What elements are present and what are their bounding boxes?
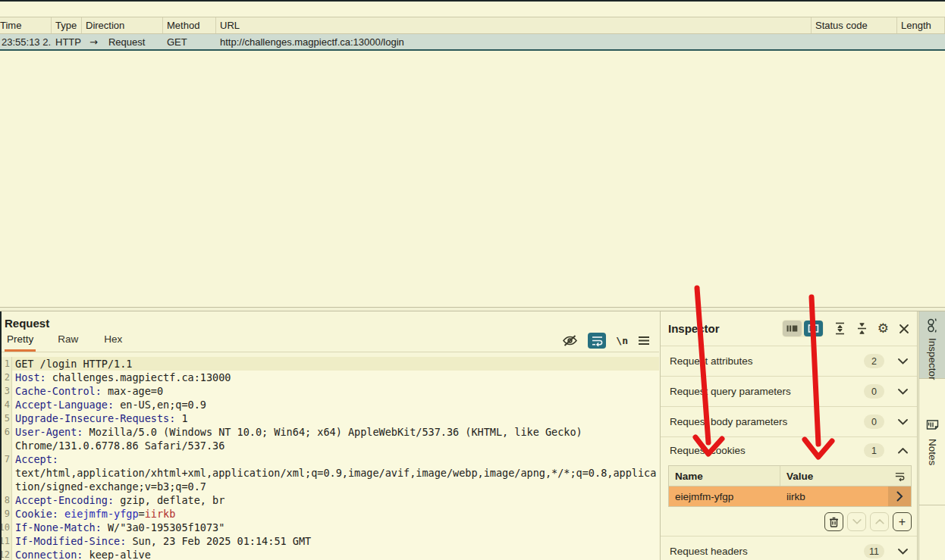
app-window: Time Type Direction Method URL Status co… bbox=[0, 0, 945, 560]
right-sidebar-strip: Inspector Notes bbox=[918, 311, 945, 560]
editor-toolbar: \n bbox=[562, 333, 650, 352]
count-badge: 11 bbox=[864, 544, 884, 558]
expand-all-icon[interactable] bbox=[834, 322, 846, 335]
column-header-time[interactable]: Time bbox=[0, 17, 52, 33]
cell-time: 23:55:13 2... bbox=[0, 36, 52, 48]
layout-toggle-group bbox=[782, 320, 824, 337]
word-wrap-toggle[interactable] bbox=[588, 333, 606, 349]
line-number: 11 bbox=[2, 534, 12, 548]
editor-row[interactable]: 6User-Agent: Mozilla/5.0 (Windows NT 10.… bbox=[2, 425, 659, 439]
cell-type: HTTP bbox=[52, 36, 82, 48]
editor-row[interactable]: text/html,application/xhtml+xml,applicat… bbox=[2, 466, 659, 480]
cookie-row[interactable]: eiejmfm-yfgpiirkb bbox=[669, 486, 911, 506]
editor-row[interactable]: 12Connection: keep-alive bbox=[2, 548, 659, 560]
move-cookie-up-button[interactable] bbox=[870, 512, 889, 531]
editor-row[interactable]: 1GET /login HTTP/1.1 bbox=[2, 357, 659, 371]
http-history-table: Time Type Direction Method URL Status co… bbox=[0, 17, 945, 51]
editor-row[interactable]: 2Host: challenges.magpiectf.ca:13000 bbox=[2, 371, 659, 384]
word-wrap-icon bbox=[591, 335, 604, 346]
editor-row[interactable]: 4Accept-Language: en-US,en;q=0.9 bbox=[2, 398, 659, 411]
editor-row[interactable]: tion/signed-exchange;v=b3;q=0.7 bbox=[2, 480, 659, 493]
cookies-table-body: eiejmfm-yfgpiirkb bbox=[669, 486, 911, 506]
notes-document-icon bbox=[926, 419, 939, 430]
cookies-table: Name Value eiejmfm-yfgpiirkb bbox=[668, 465, 912, 507]
request-view-tabbar: Pretty Raw Hex \n bbox=[2, 331, 659, 352]
cookies-editor: Name Value eiejmfm-yfgpiirkb bbox=[661, 464, 917, 536]
cell-direction: →Request bbox=[82, 36, 163, 48]
tab-hex[interactable]: Hex bbox=[102, 330, 124, 352]
inspector-settings-gear-icon[interactable]: ⚙ bbox=[878, 322, 889, 335]
cookie-expand-chevron[interactable] bbox=[888, 486, 911, 506]
column-header-status-code[interactable]: Status code bbox=[812, 17, 897, 33]
inspector-panel: Inspector bbox=[660, 311, 918, 560]
inspector-title: Inspector bbox=[668, 322, 720, 335]
cookies-table-header: Name Value bbox=[669, 466, 911, 486]
line-number: 6 bbox=[2, 425, 12, 439]
line-number: 4 bbox=[2, 398, 12, 411]
inspector-close-icon[interactable] bbox=[899, 324, 909, 334]
editor-row[interactable]: 9Cookie: eiejmfm-yfgp=iirkb bbox=[2, 507, 659, 521]
line-number: 3 bbox=[2, 384, 12, 398]
delete-cookie-button[interactable] bbox=[824, 512, 843, 531]
line-number: 8 bbox=[2, 493, 12, 507]
cookie-name-cell[interactable]: eiejmfm-yfgp bbox=[669, 486, 780, 506]
section-request-body-parameters[interactable]: Request body parameters 0 bbox=[661, 406, 917, 436]
line-number: 7 bbox=[2, 452, 12, 466]
line-number bbox=[2, 439, 12, 452]
section-request-cookies[interactable]: Request cookies 1 bbox=[661, 436, 917, 464]
request-direction-arrow-icon: → bbox=[89, 36, 98, 48]
section-request-attributes[interactable]: Request attributes 2 bbox=[661, 346, 917, 376]
editor-row[interactable]: 7Accept: bbox=[2, 452, 659, 466]
tab-pretty[interactable]: Pretty bbox=[5, 330, 36, 352]
sidebar-tab-inspector[interactable]: Inspector bbox=[919, 311, 945, 379]
column-header-method[interactable]: Method bbox=[163, 17, 216, 33]
sidebar-tab-notes[interactable]: Notes bbox=[919, 379, 945, 505]
inspector-glasses-icon bbox=[928, 318, 937, 333]
cell-method: GET bbox=[163, 36, 216, 48]
editor-row[interactable]: 5Upgrade-Insecure-Requests: 1 bbox=[2, 411, 659, 425]
line-number: 9 bbox=[2, 507, 12, 521]
count-badge: 2 bbox=[864, 354, 884, 368]
cookies-actions: + bbox=[668, 507, 912, 536]
move-cookie-down-button[interactable] bbox=[847, 512, 866, 531]
column-header-url[interactable]: URL bbox=[216, 17, 812, 33]
line-number: 2 bbox=[2, 371, 12, 384]
line-number: 5 bbox=[2, 411, 12, 425]
show-newlines-toggle[interactable]: \n bbox=[616, 335, 628, 346]
tab-raw[interactable]: Raw bbox=[55, 330, 80, 352]
request-editor[interactable]: 1GET /login HTTP/1.12Host: challenges.ma… bbox=[2, 357, 659, 560]
section-request-query-parameters[interactable]: Request query parameters 0 bbox=[661, 376, 917, 406]
add-cookie-button[interactable]: + bbox=[893, 512, 912, 531]
request-panel-title: Request bbox=[2, 311, 659, 331]
editor-row[interactable]: 3Cache-Control: max-age=0 bbox=[2, 384, 659, 398]
column-header-length[interactable]: Length bbox=[897, 17, 945, 33]
line-number: 12 bbox=[2, 548, 12, 560]
request-panel: Request Pretty Raw Hex bbox=[2, 311, 659, 560]
inspector-header: Inspector bbox=[661, 311, 917, 346]
horizontal-layout-icon bbox=[786, 323, 799, 334]
cookies-wrap-icon[interactable] bbox=[888, 466, 911, 486]
line-number: 1 bbox=[2, 357, 12, 371]
history-header-row: Time Type Direction Method URL Status co… bbox=[0, 17, 945, 34]
collapse-all-icon[interactable] bbox=[856, 322, 868, 335]
editor-row[interactable]: 10If-None-Match: W/"3a0-195305f1073" bbox=[2, 521, 659, 534]
chevron-down-icon bbox=[898, 389, 908, 395]
section-request-headers[interactable]: Request headers 11 bbox=[661, 536, 917, 560]
count-badge: 0 bbox=[864, 415, 884, 429]
column-header-direction[interactable]: Direction bbox=[82, 17, 163, 33]
editor-row[interactable]: 8Accept-Encoding: gzip, deflate, br bbox=[2, 493, 659, 507]
chevron-up-icon bbox=[898, 448, 908, 454]
editor-row[interactable]: 11If-Modified-Since: Sun, 23 Feb 2025 01… bbox=[2, 534, 659, 548]
layout-horizontal-button[interactable] bbox=[783, 321, 802, 336]
hide-eye-icon[interactable] bbox=[562, 334, 578, 347]
history-row-selected[interactable]: 23:55:13 2... HTTP →Request GET http://c… bbox=[0, 34, 945, 51]
editor-row[interactable]: Chrome/131.0.6778.86 Safari/537.36 bbox=[2, 439, 659, 452]
editor-menu-icon[interactable] bbox=[638, 336, 650, 346]
count-badge: 1 bbox=[864, 443, 884, 458]
line-number bbox=[2, 466, 12, 480]
line-number: 10 bbox=[2, 521, 12, 534]
cookie-value-cell[interactable]: iirkb bbox=[780, 486, 888, 506]
column-header-type[interactable]: Type bbox=[52, 17, 82, 33]
layout-vertical-button[interactable] bbox=[804, 321, 823, 336]
count-badge: 0 bbox=[864, 384, 884, 399]
